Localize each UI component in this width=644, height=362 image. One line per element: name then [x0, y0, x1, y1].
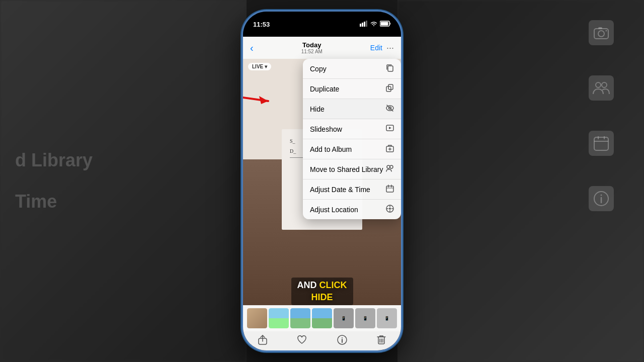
- bg-icon-info: [589, 186, 614, 211]
- menu-item-adjust-datetime[interactable]: Adjust Date & Time: [303, 179, 401, 200]
- add-album-icon: [386, 144, 394, 154]
- notch: [302, 12, 342, 23]
- menu-item-duplicate[interactable]: Duplicate: [303, 79, 401, 99]
- svg-rect-14: [362, 23, 363, 27]
- svg-rect-6: [594, 137, 608, 150]
- thumbnail-strip: 📱 📱 📱: [243, 305, 401, 331]
- slideshow-icon: [386, 124, 394, 134]
- menu-duplicate-label: Duplicate: [310, 85, 339, 93]
- back-button[interactable]: ‹: [250, 42, 254, 54]
- background-left: d Library Time: [0, 0, 247, 362]
- datetime-icon: [386, 185, 394, 194]
- thumb-sky-1[interactable]: [269, 308, 289, 328]
- nav-center: Today 11:52 AM: [301, 41, 323, 54]
- thumb-sky-2[interactable]: [290, 308, 310, 328]
- nav-title: Today: [301, 41, 323, 49]
- status-time: 11:53: [253, 21, 270, 28]
- hide-icon: [386, 104, 394, 114]
- svg-point-31: [387, 165, 390, 168]
- svg-rect-19: [390, 23, 391, 25]
- svg-rect-15: [364, 22, 365, 27]
- bg-text-library: d Library: [15, 150, 231, 171]
- edit-button[interactable]: Edit: [370, 44, 382, 52]
- svg-rect-16: [366, 21, 367, 27]
- svg-rect-33: [386, 186, 393, 192]
- svg-point-38: [389, 208, 391, 210]
- svg-rect-13: [360, 24, 361, 27]
- wifi-icon: [370, 21, 378, 28]
- bg-text-time: Time: [15, 191, 231, 212]
- menu-item-adjust-location[interactable]: Adjust Location: [303, 200, 401, 219]
- phone-device: 11:53: [242, 10, 403, 352]
- phone-body: 11:53: [242, 10, 403, 352]
- svg-point-4: [596, 82, 601, 87]
- caption-line2: HIDE: [311, 292, 333, 302]
- bottom-toolbar: [243, 331, 401, 350]
- nav-bar: ‹ Today 11:52 AM Edit ···: [243, 37, 401, 59]
- menu-item-slideshow[interactable]: Slideshow: [303, 119, 401, 139]
- menu-datetime-label: Adjust Date & Time: [310, 186, 370, 194]
- thumb-device-3[interactable]: 📱: [377, 308, 397, 328]
- bg-icon-camera: [589, 20, 614, 45]
- svg-point-3: [606, 30, 607, 32]
- live-badge-text: LIVE ▾: [252, 64, 267, 69]
- menu-add-album-label: Add to Album: [310, 145, 352, 153]
- svg-point-49: [342, 337, 343, 338]
- bg-icon-people: [589, 75, 614, 101]
- menu-slideshow-label: Slideshow: [310, 125, 342, 133]
- shared-library-icon: [386, 164, 394, 174]
- svg-point-12: [601, 195, 602, 196]
- bg-icon-calendar: [589, 131, 614, 156]
- menu-item-hide[interactable]: Hide: [303, 99, 401, 119]
- location-icon: [386, 205, 394, 214]
- menu-item-add-album[interactable]: Add to Album: [303, 139, 401, 159]
- copy-icon: [386, 64, 394, 73]
- menu-copy-label: Copy: [310, 65, 327, 73]
- svg-rect-18: [381, 22, 388, 26]
- svg-point-5: [602, 82, 607, 87]
- caption-click: CLICK: [319, 280, 347, 290]
- status-bar: 11:53: [243, 12, 401, 37]
- live-badge[interactable]: LIVE ▾: [248, 63, 271, 70]
- caption-hide: HIDE: [311, 292, 333, 302]
- phone-screen: ‹ Today 11:52 AM Edit ··· LIVE ▾: [243, 37, 401, 350]
- battery-icon: [380, 21, 391, 28]
- caption-overlay: AND CLICK HIDE: [243, 278, 401, 305]
- menu-location-label: Adjust Location: [310, 206, 358, 214]
- nav-subtitle: 11:52 AM: [301, 49, 323, 54]
- more-button[interactable]: ···: [386, 43, 394, 53]
- svg-marker-27: [389, 127, 391, 129]
- signal-icon: [360, 21, 368, 28]
- delete-button[interactable]: [377, 335, 386, 347]
- menu-item-shared-library[interactable]: Move to Shared Library: [303, 159, 401, 179]
- info-button[interactable]: [337, 335, 347, 347]
- background-right: [397, 0, 644, 362]
- svg-rect-2: [598, 27, 602, 29]
- svg-point-32: [390, 165, 393, 168]
- thumb-device-2[interactable]: 📱: [355, 308, 375, 328]
- menu-hide-label: Hide: [310, 105, 325, 113]
- thumb-sky-3[interactable]: [312, 308, 332, 328]
- menu-item-copy[interactable]: Copy: [303, 59, 401, 79]
- caption-line1: AND CLICK: [297, 280, 347, 290]
- svg-point-1: [598, 31, 604, 37]
- menu-shared-label: Move to Shared Library: [310, 165, 383, 173]
- svg-rect-20: [388, 66, 393, 71]
- status-icons: [360, 21, 391, 28]
- thumb-face[interactable]: [247, 308, 267, 328]
- thumb-device-1[interactable]: 📱: [334, 308, 354, 328]
- context-menu: Copy Duplicate: [303, 59, 401, 219]
- favorite-button[interactable]: [297, 335, 307, 347]
- share-button[interactable]: [258, 335, 267, 347]
- duplicate-icon: [386, 84, 394, 94]
